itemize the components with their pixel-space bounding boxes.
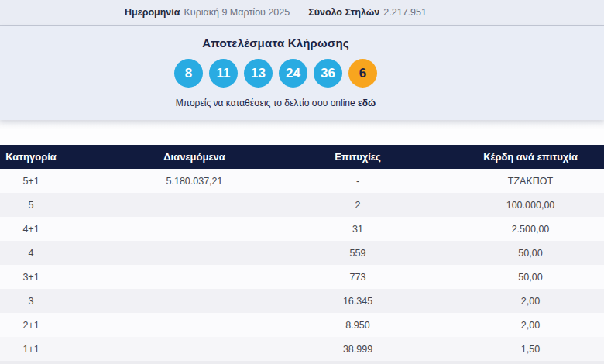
table-row: 3+1 773 50,00 [0, 265, 604, 289]
number-ball-4: 24 [279, 59, 307, 88]
date-label: Ημερομηνία [125, 7, 180, 18]
table-row: 5+1 5.180.037,21 - ΤΖΑΚΠΟΤ [0, 169, 604, 193]
cell-category: 5+1 [0, 176, 62, 187]
table-row: 5 2 100.000,00 [0, 193, 604, 217]
cell-category: 3 [0, 296, 62, 307]
cell-winners: 31 [327, 224, 389, 235]
cell-category: 5 [0, 200, 62, 211]
col-header-distributed: Διανεμόμενα [62, 151, 327, 163]
table-row: 1+1 38.999 1,50 [0, 337, 604, 361]
cell-category: 4+1 [0, 224, 62, 235]
total-columns-label: Σύνολο Στηλών [308, 7, 379, 18]
cell-winners: 8.950 [327, 320, 389, 331]
date-value: Κυριακή 9 Μαρτίου 2025 [184, 7, 290, 18]
cell-prize: 2.500,00 [389, 224, 604, 235]
section-divider [0, 120, 604, 145]
number-ball-1: 8 [174, 59, 203, 88]
table-row: 4 559 50,00 [0, 241, 604, 265]
table-header-row: Κατηγορία Διανεμόμενα Επιτυχίες Κέρδη αν… [0, 145, 604, 169]
table-row: 3 16.345 2,00 [0, 289, 604, 313]
cta-text: Μπορείς να καταθέσεις το δελτίο σου onli… [176, 98, 355, 108]
winnings-table: Κατηγορία Διανεμόμενα Επιτυχίες Κέρδη αν… [0, 145, 604, 364]
cell-winners: 16.345 [327, 296, 389, 307]
results-title: Αποτελέσματα Κλήρωσης [202, 36, 349, 50]
cell-category: 1+1 [0, 344, 62, 355]
number-ball-2: 11 [209, 59, 238, 88]
cell-category: 4 [0, 248, 62, 259]
table-row: 2+1 8.950 2,00 [0, 313, 604, 337]
table-footer-band [0, 361, 604, 364]
cell-winners: 559 [327, 248, 389, 259]
cell-prize: 50,00 [389, 248, 604, 259]
draw-info-bar: Ημερομηνία Κυριακή 9 Μαρτίου 2025 Σύνολο… [0, 0, 604, 26]
cell-winners: 2 [327, 200, 389, 211]
cell-category: 2+1 [0, 320, 62, 331]
draw-results-panel: Αποτελέσματα Κλήρωσης 8 11 13 24 36 6 Μπ… [0, 26, 604, 120]
table-row: 4+1 31 2.500,00 [0, 217, 604, 241]
col-header-category: Κατηγορία [0, 151, 62, 163]
number-ball-5: 36 [314, 59, 342, 88]
cell-distributed: 5.180.037,21 [62, 176, 327, 187]
cell-prize: 2,00 [389, 320, 604, 331]
col-header-winners: Επιτυχίες [327, 151, 389, 163]
cell-prize: 1,50 [389, 344, 604, 355]
winning-numbers-row: 8 11 13 24 36 6 [174, 59, 377, 88]
total-columns-value: 2.217.951 [383, 7, 427, 18]
cell-prize: ΤΖΑΚΠΟΤ [389, 176, 604, 187]
cell-prize: 2,00 [389, 296, 604, 307]
number-ball-3: 13 [244, 59, 273, 88]
draw-info-content: Ημερομηνία Κυριακή 9 Μαρτίου 2025 Σύνολο… [0, 7, 551, 18]
cta-link[interactable]: εδώ [358, 98, 376, 108]
cell-prize: 50,00 [389, 272, 604, 283]
cell-category: 3+1 [0, 272, 62, 283]
cell-prize: 100.000,00 [389, 200, 604, 211]
cell-winners: - [327, 176, 389, 187]
online-slip-cta: Μπορείς να καταθέσεις το δελτίο σου onli… [176, 98, 376, 108]
col-header-prize: Κέρδη ανά επιτυχία [389, 151, 604, 163]
joker-ball: 6 [348, 59, 377, 88]
cell-winners: 38.999 [327, 344, 389, 355]
cell-winners: 773 [327, 272, 389, 283]
